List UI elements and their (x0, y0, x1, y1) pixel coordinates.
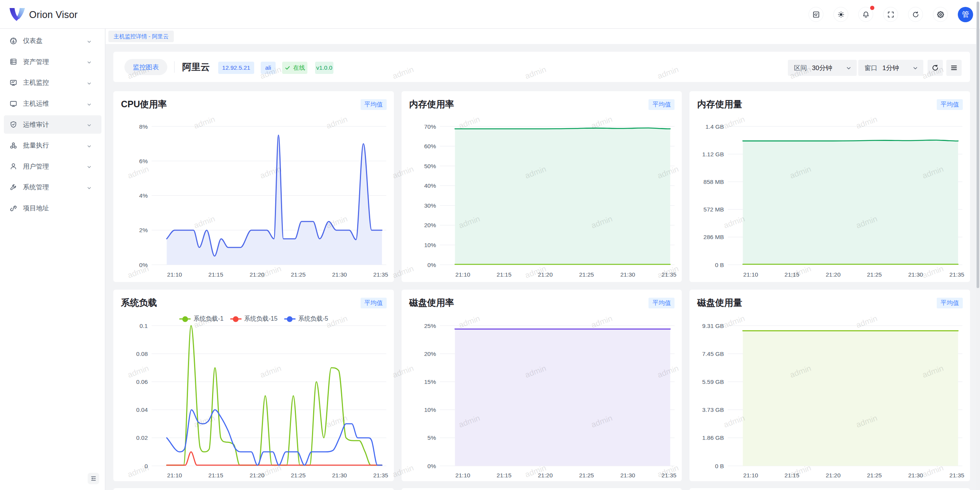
svg-text:40%: 40% (424, 182, 436, 189)
svg-text:5.59 GB: 5.59 GB (702, 379, 724, 385)
svg-text:0%: 0% (427, 262, 436, 268)
svg-text:70%: 70% (424, 123, 436, 130)
svg-text:21:35: 21:35 (949, 472, 964, 479)
svg-text:21:20: 21:20 (538, 271, 553, 278)
svg-text:21:35: 21:35 (373, 472, 388, 479)
svg-text:7.45 GB: 7.45 GB (702, 351, 724, 357)
svg-text:0.08: 0.08 (136, 351, 148, 357)
svg-text:858 MB: 858 MB (704, 179, 724, 185)
svg-text:21:30: 21:30 (620, 271, 635, 278)
svg-text:21:15: 21:15 (497, 271, 511, 278)
svg-text:21:20: 21:20 (250, 472, 265, 479)
svg-text:21:30: 21:30 (332, 472, 347, 479)
svg-text:21:30: 21:30 (332, 271, 347, 278)
svg-text:21:15: 21:15 (785, 271, 800, 278)
svg-text:286 MB: 286 MB (704, 234, 724, 240)
svg-text:21:20: 21:20 (250, 271, 265, 278)
svg-text:1.86 GB: 1.86 GB (702, 434, 724, 441)
svg-text:21:10: 21:10 (455, 271, 470, 278)
svg-text:0.06: 0.06 (136, 379, 148, 385)
svg-text:21:15: 21:15 (208, 271, 223, 278)
svg-text:21:15: 21:15 (497, 472, 511, 479)
svg-text:21:25: 21:25 (579, 472, 594, 479)
svg-text:0%: 0% (427, 463, 436, 469)
svg-text:21:25: 21:25 (579, 271, 594, 278)
svg-text:21:10: 21:10 (167, 472, 182, 479)
svg-text:21:30: 21:30 (908, 472, 923, 479)
svg-text:8%: 8% (139, 123, 148, 130)
svg-text:572 MB: 572 MB (704, 206, 724, 213)
svg-text:21:35: 21:35 (662, 472, 676, 479)
svg-text:2%: 2% (139, 227, 148, 233)
svg-text:21:10: 21:10 (743, 472, 758, 479)
svg-text:3.73 GB: 3.73 GB (702, 406, 724, 413)
svg-text:1.4 GB: 1.4 GB (706, 123, 724, 130)
svg-text:21:35: 21:35 (373, 271, 388, 278)
svg-text:21:15: 21:15 (785, 472, 800, 479)
svg-text:6%: 6% (139, 158, 148, 164)
svg-text:60%: 60% (424, 143, 436, 149)
svg-text:0%: 0% (139, 262, 148, 268)
svg-text:25%: 25% (424, 323, 436, 329)
svg-text:21:35: 21:35 (662, 271, 676, 278)
svg-text:0: 0 (144, 463, 148, 469)
svg-text:9.31 GB: 9.31 GB (702, 323, 724, 329)
svg-text:1.12 GB: 1.12 GB (702, 151, 724, 157)
svg-text:10%: 10% (424, 406, 436, 413)
svg-text:0 B: 0 B (715, 262, 724, 268)
svg-text:21:10: 21:10 (455, 472, 470, 479)
svg-text:21:20: 21:20 (826, 472, 841, 479)
svg-text:0 B: 0 B (715, 463, 724, 469)
svg-text:21:20: 21:20 (538, 472, 553, 479)
svg-text:30%: 30% (424, 202, 436, 209)
svg-text:21:15: 21:15 (208, 472, 223, 479)
svg-text:15%: 15% (424, 379, 436, 385)
svg-text:4%: 4% (139, 192, 148, 199)
svg-text:21:35: 21:35 (949, 271, 964, 278)
svg-text:21:30: 21:30 (620, 472, 635, 479)
svg-text:21:25: 21:25 (867, 472, 882, 479)
svg-text:50%: 50% (424, 163, 436, 169)
svg-text:5%: 5% (427, 434, 436, 441)
svg-text:10%: 10% (424, 242, 436, 248)
svg-text:0.1: 0.1 (139, 323, 148, 329)
svg-text:21:20: 21:20 (826, 271, 841, 278)
svg-text:21:10: 21:10 (167, 271, 182, 278)
svg-text:0.04: 0.04 (136, 406, 148, 413)
svg-text:21:25: 21:25 (291, 271, 306, 278)
svg-text:21:25: 21:25 (291, 472, 306, 479)
svg-text:21:25: 21:25 (867, 271, 882, 278)
svg-text:20%: 20% (424, 351, 436, 357)
svg-text:0.02: 0.02 (136, 434, 148, 441)
svg-text:21:10: 21:10 (743, 271, 758, 278)
svg-text:20%: 20% (424, 222, 436, 228)
svg-text:21:30: 21:30 (908, 271, 923, 278)
